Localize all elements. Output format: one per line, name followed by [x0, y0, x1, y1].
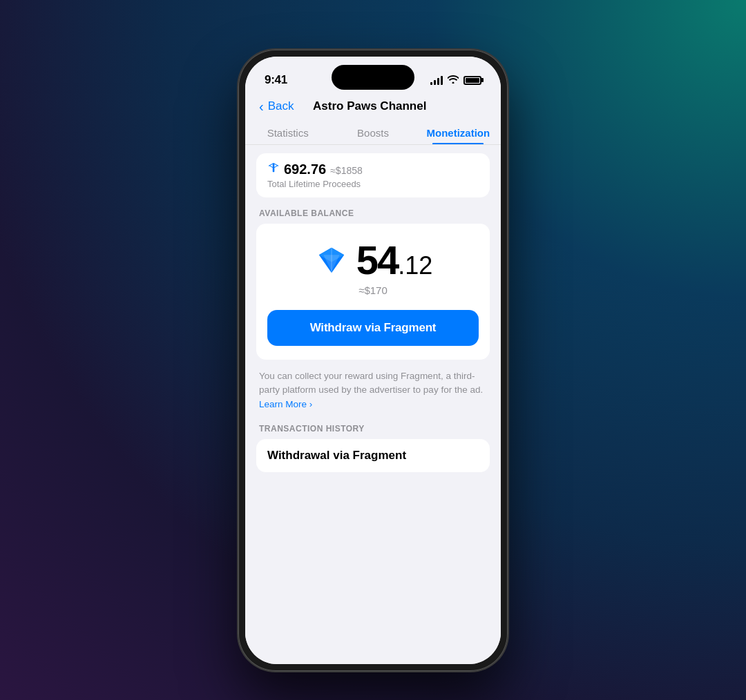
proceeds-usd: ≈$1858	[330, 165, 363, 176]
balance-card: 54.12 ≈$170 Withdraw via Fragment	[256, 224, 490, 360]
screen-content: 692.76 ≈$1858 Total Lifetime Proceeds AV…	[245, 145, 501, 664]
battery-icon	[463, 76, 481, 85]
balance-number: 54.12	[356, 240, 433, 280]
status-time: 9:41	[265, 73, 287, 87]
balance-usd: ≈$170	[267, 284, 479, 296]
back-chevron-icon: ‹	[259, 99, 264, 113]
transaction-first-item: Withdrawal via Fragment	[267, 449, 479, 463]
learn-more-link[interactable]: Learn More ›	[259, 399, 312, 409]
back-button[interactable]: ‹ Back	[259, 99, 294, 113]
tabs-bar: Statistics Boosts Monetization	[245, 120, 501, 145]
back-label: Back	[268, 99, 294, 113]
status-bar: 9:41	[245, 57, 501, 94]
ton-logo-icon	[314, 242, 350, 278]
tab-statistics[interactable]: Statistics	[245, 120, 330, 144]
tab-boosts[interactable]: Boosts	[330, 120, 415, 144]
ton-icon-small	[267, 162, 280, 176]
withdraw-button[interactable]: Withdraw via Fragment	[267, 310, 479, 346]
available-balance-label: AVAILABLE BALANCE	[245, 197, 501, 224]
tab-monetization[interactable]: Monetization	[416, 120, 501, 144]
nav-bar: ‹ Back Astro Paws Channel	[245, 94, 501, 120]
total-proceeds-card: 692.76 ≈$1858 Total Lifetime Proceeds	[256, 153, 490, 197]
proceeds-label: Total Lifetime Proceeds	[267, 179, 479, 189]
phone-wrapper: 9:41	[238, 50, 508, 671]
phone-screen: 9:41	[245, 57, 501, 664]
proceeds-amount: 692.76	[284, 162, 326, 177]
nav-title: Astro Paws Channel	[294, 99, 446, 113]
transaction-card: Withdrawal via Fragment	[256, 439, 490, 472]
transaction-history-label: TRANSACTION HISTORY	[245, 421, 501, 439]
status-icons	[430, 75, 481, 86]
wifi-icon	[448, 75, 459, 86]
dynamic-island	[332, 65, 414, 90]
balance-amount-row: 54.12	[267, 240, 479, 280]
signal-icon	[430, 75, 443, 85]
description-text: You can collect your reward using Fragme…	[245, 360, 501, 421]
